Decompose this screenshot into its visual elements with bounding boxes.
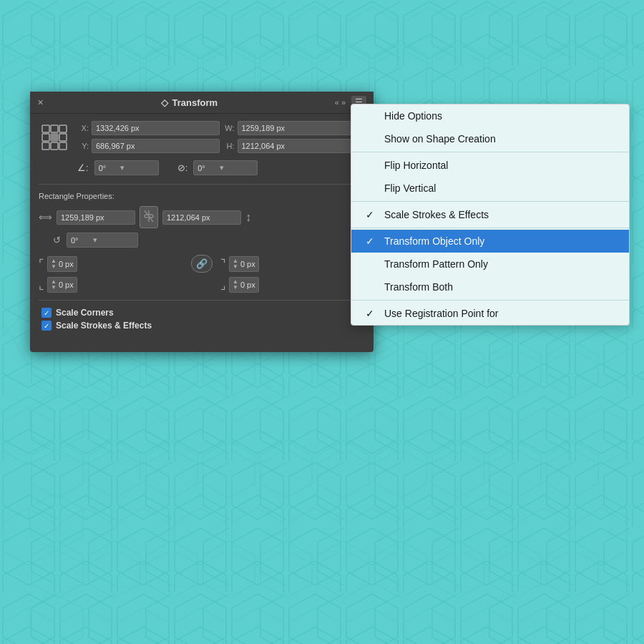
menu-item-flip-vertical[interactable]: Flip Vertical [351,177,629,200]
x-input[interactable] [92,121,220,135]
menu-divider-1 [351,152,629,152]
y-label: Y: [77,142,89,150]
scale-strokes-checkbox[interactable]: ✓ [42,321,52,331]
shear-field: ⊘: 0° ▾ [177,160,258,175]
transform-main: X: W: Y: H: [39,121,365,153]
transform-panel: ✕ ◇ Transform « » ☰ [30,92,374,352]
corner-br-icon: ⌟ [220,278,226,292]
scale-corners-checkbox[interactable]: ✓ [42,308,52,318]
rect-rotate-icon: ↺ [53,235,61,245]
rect-width-icon: ⟺ [39,212,52,223]
h-label: H: [223,142,235,150]
menu-item-use-registration[interactable]: ✓ Use Registration Point for [351,302,629,325]
menu-divider-3 [351,228,629,228]
scale-strokes-checkmark: ✓ [44,322,49,330]
svg-rect-150 [51,125,58,132]
svg-rect-149 [42,125,49,132]
corner-bl-input-wrap: ▲ ▼ 0 px [47,277,77,293]
corner-link-button[interactable]: 🔗 [191,255,213,273]
panel-title: ◇ Transform [161,97,218,108]
rect-angle-chevron-icon: ▾ [93,235,97,245]
shear-select[interactable]: 0° ▾ [193,160,258,175]
menu-transform-pattern-text: Transform Pattern Only [384,258,615,270]
angle-chevron-icon: ▾ [120,163,125,172]
corner-tr-icon: ⌝ [220,257,226,270]
rect-angle-value: 0° [71,236,79,245]
panel-titlebar: ✕ ◇ Transform « » ☰ [30,92,374,114]
corner-br-stepper[interactable]: ▲ ▼ [233,279,238,291]
corner-tr-stepper[interactable]: ▲ ▼ [233,258,238,270]
menu-item-hide-options[interactable]: Hide Options [351,104,629,127]
scale-corners-row[interactable]: ✓ Scale Corners [39,308,365,318]
menu-scale-strokes-text: Scale Strokes & Effects [384,209,615,220]
svg-rect-153 [51,134,58,141]
shear-value: 0° [197,164,205,172]
shear-chevron-icon: ▾ [220,163,224,172]
corner-tr-input-wrap: ▲ ▼ 0 px [229,256,259,272]
w-input[interactable] [238,121,366,135]
svg-rect-156 [51,142,58,150]
scale-strokes-row[interactable]: ✓ Scale Strokes & Effects [39,321,365,331]
menu-item-transform-object[interactable]: ✓ Transform Object Only [351,230,629,253]
menu-registration-text: Use Registration Point for [384,308,615,319]
y-h-row: Y: H: [77,139,365,153]
panel-options-menu: Hide Options Show on Shape Creation Flip… [351,104,630,326]
rect-height-input[interactable] [162,210,241,225]
corner-tl-icon: ⌜ [39,257,44,270]
menu-divider-4 [351,300,629,301]
scale-strokes-label: Scale Strokes & Effects [56,321,152,331]
angle-value: 0° [99,164,107,172]
rect-link-icon[interactable] [140,206,158,228]
rect-properties: Rectangle Properties: ⟺ ↕ ↺ [39,192,365,248]
corner-tl-value: 0 px [59,260,74,268]
angle-shear-row: ∠: 0° ▾ ⊘: 0° ▾ [39,160,365,175]
menu-item-show-on-shape[interactable]: Show on Shape Creation [351,127,629,150]
x-w-row: X: W: [77,121,365,135]
corner-bl-stepper[interactable]: ▲ ▼ [51,279,57,291]
menu-scale-strokes-check: ✓ [366,209,379,220]
menu-item-transform-both[interactable]: Transform Both [351,275,629,298]
menu-flip-horizontal-text: Flip Horizontal [384,160,615,171]
angle-label: ∠: [77,162,89,173]
registration-point-selector[interactable] [39,122,70,153]
menu-item-scale-strokes[interactable]: ✓ Scale Strokes & Effects [351,203,629,226]
menu-show-on-shape-text: Show on Shape Creation [384,133,615,145]
h-input[interactable] [238,139,366,153]
corner-tl-stepper[interactable]: ▲ ▼ [51,258,57,270]
corner-tr-value: 0 px [240,260,255,268]
scale-corners-checkmark: ✓ [44,309,49,317]
position-size-fields: X: W: Y: H: [77,121,365,153]
shear-label: ⊘: [177,162,188,173]
rect-angle-select[interactable]: 0° ▾ [67,233,138,248]
corner-tl-input-wrap: ▲ ▼ 0 px [47,256,77,272]
menu-transform-object-check: ✓ [366,235,379,247]
rect-width-input[interactable] [57,210,135,225]
svg-rect-154 [59,134,67,141]
menu-divider-2 [351,201,629,202]
svg-rect-152 [42,134,49,141]
panel-title-icon: ◇ [161,97,168,108]
x-label: X: [77,124,89,132]
corner-radius-grid: ⌜ ▲ ▼ 0 px 🔗 ⌝ ▲ ▼ [39,255,365,293]
angle-select[interactable]: 0° ▾ [94,160,159,175]
panel-title-text: Transform [172,97,218,108]
corner-br-value: 0 px [240,280,255,289]
panel-collapse-arrows[interactable]: « » [335,98,346,107]
corner-br-field: ⌟ ▲ ▼ 0 px [220,277,365,293]
section-divider [39,184,365,185]
menu-transform-object-text: Transform Object Only [384,235,615,247]
corner-bl-field: ⌞ ▲ ▼ 0 px [39,277,183,293]
rect-height-icon: ↕ [245,211,251,224]
h-field-row: H: [223,139,366,153]
w-label: W: [223,124,235,132]
svg-rect-155 [42,142,49,150]
corner-bl-value: 0 px [59,280,74,289]
w-field-row: W: [223,121,366,135]
y-input[interactable] [92,139,220,153]
menu-item-transform-pattern[interactable]: Transform Pattern Only [351,253,629,275]
rect-width-height-row: ⟺ ↕ [39,206,365,228]
menu-transform-both-text: Transform Both [384,281,615,293]
close-button[interactable]: ✕ [37,98,44,107]
menu-item-flip-horizontal[interactable]: Flip Horizontal [351,154,629,177]
corner-tl-field: ⌜ ▲ ▼ 0 px [39,256,183,272]
